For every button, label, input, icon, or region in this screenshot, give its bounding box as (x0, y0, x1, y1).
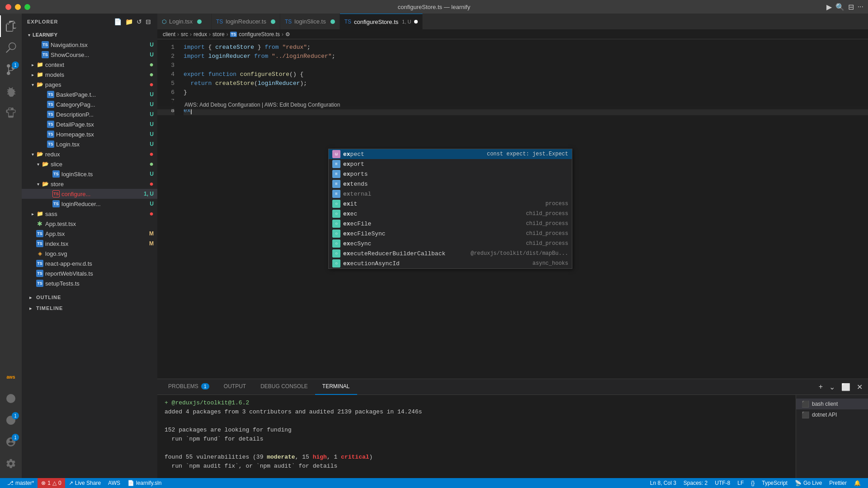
new-file-icon[interactable]: 📄 (113, 17, 123, 26)
status-spaces[interactable]: Spaces: 2 (680, 478, 711, 488)
breadcrumb-file[interactable]: TSconfigureStore.ts (230, 31, 280, 38)
minimize-button[interactable] (15, 4, 21, 10)
autocomplete-item[interactable]: ω expect const expect: jest.Expect (329, 149, 572, 159)
list-item[interactable]: TS DetailPage.tsx U (22, 119, 157, 129)
ac-item-label: expect (343, 151, 484, 158)
list-item[interactable]: 📂 pages ● (22, 80, 157, 89)
autocomplete-item[interactable]: ○ executeReducerBuilderCallback @reduxjs… (329, 249, 572, 258)
run-icon[interactable]: ▶ (826, 3, 832, 11)
list-item[interactable]: ◈ logo.svg (22, 249, 157, 258)
autocomplete-item[interactable]: ○ exit process (329, 199, 572, 209)
activity-aws[interactable]: aws (0, 366, 22, 388)
autocomplete-item[interactable]: ○ execFile child_process (329, 219, 572, 229)
list-item[interactable]: TS loginSlice.ts U (22, 169, 157, 179)
tab-output[interactable]: OUTPUT (217, 379, 253, 395)
autocomplete-item[interactable]: ○ exec child_process (329, 209, 572, 219)
terminal-area[interactable]: + @reduxjs/toolkit@1.6.2 added 4 package… (157, 395, 796, 478)
status-branch[interactable]: ⎇ master* (4, 478, 38, 488)
tab-terminal[interactable]: TERMINAL (315, 379, 357, 395)
tab-login-reducer[interactable]: TS loginReducer.ts (212, 14, 280, 29)
activity-liveshare[interactable] (0, 388, 22, 409)
tab-login-tsx[interactable]: ⬡ Login.tsx (157, 14, 212, 29)
activity-settings[interactable] (0, 453, 22, 474)
timeline-section[interactable]: TIMELINE (22, 303, 157, 314)
list-item[interactable]: TS Homepage.tsx U (22, 129, 157, 139)
list-item[interactable]: TS react-app-env.d.ts (22, 258, 157, 268)
new-terminal-icon[interactable]: + (817, 382, 825, 392)
list-item[interactable]: TS Navigation.tsx U (22, 40, 157, 50)
split-terminal-icon[interactable]: ⌄ (827, 382, 837, 392)
list-item[interactable]: TS DescriptionP... U (22, 109, 157, 119)
breadcrumb-store[interactable]: store (212, 31, 225, 38)
terminal-session-dotnet[interactable]: ⬛ dotnet API (796, 409, 868, 420)
breadcrumb-src[interactable]: src (181, 31, 188, 38)
list-item[interactable]: TS ShowCourse... U (22, 50, 157, 60)
maximize-button[interactable] (24, 4, 30, 10)
list-item[interactable]: TS BasketPage.t... U (22, 89, 157, 99)
refresh-icon[interactable]: ↺ (136, 17, 143, 26)
activity-extensions[interactable] (0, 102, 22, 124)
tab-debug-console[interactable]: DEBUG CONSOLE (253, 379, 315, 395)
terminal-session-bash[interactable]: ⬛ bash client (796, 399, 868, 409)
list-item[interactable]: 📂 store ● (22, 179, 157, 189)
breadcrumb-redux[interactable]: redux (193, 31, 207, 38)
activity-scm[interactable]: 1 (0, 59, 22, 80)
search-icon[interactable]: 🔍 (835, 3, 844, 11)
list-item[interactable]: 📂 redux ● (22, 149, 157, 159)
activity-account[interactable]: 1 (0, 431, 22, 453)
list-item[interactable]: 📁 context ● (22, 60, 157, 70)
list-item[interactable]: TS CategoryPag... U (22, 99, 157, 109)
learnify-root[interactable]: LEARNIFY (22, 30, 157, 40)
list-item[interactable]: TS reportWebVitals.ts (22, 268, 157, 278)
list-item[interactable]: TS loginReducer... U (22, 199, 157, 209)
split-icon[interactable]: ⊟ (848, 3, 854, 11)
status-golive[interactable]: 📡 Go Live (791, 478, 826, 488)
autocomplete-dropdown[interactable]: ω expect const expect: jest.Expect ≡ exp… (328, 149, 572, 269)
outline-section[interactable]: OUTLINE (22, 292, 157, 303)
status-liveshare[interactable]: ↗ Live Share (65, 478, 104, 488)
tab-configure-store[interactable]: TS configureStore.ts 1, U (340, 14, 423, 29)
status-language[interactable]: TypeScript (758, 478, 791, 488)
list-item[interactable]: TS setupTests.ts (22, 278, 157, 288)
status-position[interactable]: Ln 8, Col 3 (646, 478, 680, 488)
maximize-panel-icon[interactable]: ⬜ (840, 382, 852, 392)
activity-debug[interactable] (0, 80, 22, 102)
list-item[interactable]: TS Login.tsx U (22, 139, 157, 149)
autocomplete-item[interactable]: ≡ external (329, 189, 572, 199)
activity-explorer[interactable] (0, 15, 22, 37)
autocomplete-item[interactable]: ○ execFileSync child_process (329, 229, 572, 239)
new-folder-icon[interactable]: 📁 (124, 17, 134, 26)
more-icon[interactable]: ··· (858, 3, 863, 11)
tab-problems[interactable]: PROBLEMS 1 (161, 379, 217, 395)
list-item[interactable]: 📂 slice ● (22, 159, 157, 169)
autocomplete-item[interactable]: ≡ extends (329, 179, 572, 189)
list-item[interactable]: 📁 sass ● (22, 209, 157, 219)
breadcrumb-client[interactable]: client (163, 31, 175, 38)
terminal-line: run `npm audit fix`, or `npm audit` for … (165, 462, 788, 471)
status-file[interactable]: 📄 learnify.sln (124, 478, 165, 488)
autocomplete-item[interactable]: ○ execSync child_process (329, 239, 572, 249)
activity-search[interactable] (0, 37, 22, 59)
status-prettier[interactable]: Prettier (826, 478, 850, 488)
list-item[interactable]: TS App.tsx M (22, 229, 157, 239)
status-bell[interactable]: 🔔 (850, 478, 864, 488)
autocomplete-item[interactable]: ≡ export (329, 159, 572, 169)
breadcrumb-symbol[interactable]: ⚙ (285, 31, 290, 38)
autocomplete-item[interactable]: ≡ exports (329, 169, 572, 179)
code-editor[interactable]: AWS: Add Debug Configuration | AWS: Edit… (157, 39, 868, 379)
status-errors[interactable]: ⊗ 1 △ 0 (38, 478, 65, 488)
close-panel-icon[interactable]: ✕ (855, 382, 864, 392)
autocomplete-item[interactable]: ○ executionAsyncId async_hooks (329, 258, 572, 268)
activity-remote[interactable]: 1 (0, 409, 22, 431)
close-button[interactable] (5, 4, 11, 10)
list-item[interactable]: TS configure... 1, U (22, 189, 157, 199)
list-item[interactable]: 📁 models ● (22, 70, 157, 80)
status-aws[interactable]: AWS (104, 478, 124, 488)
status-encoding[interactable]: UTF-8 (711, 478, 734, 488)
tab-login-slice[interactable]: TS loginSlice.ts (280, 14, 340, 29)
collapse-icon[interactable]: ⊟ (145, 17, 152, 26)
list-item[interactable]: ✱ App.test.tsx (22, 219, 157, 229)
status-braces[interactable]: {} (747, 478, 758, 488)
list-item[interactable]: TS index.tsx M (22, 239, 157, 249)
status-eol[interactable]: LF (734, 478, 747, 488)
